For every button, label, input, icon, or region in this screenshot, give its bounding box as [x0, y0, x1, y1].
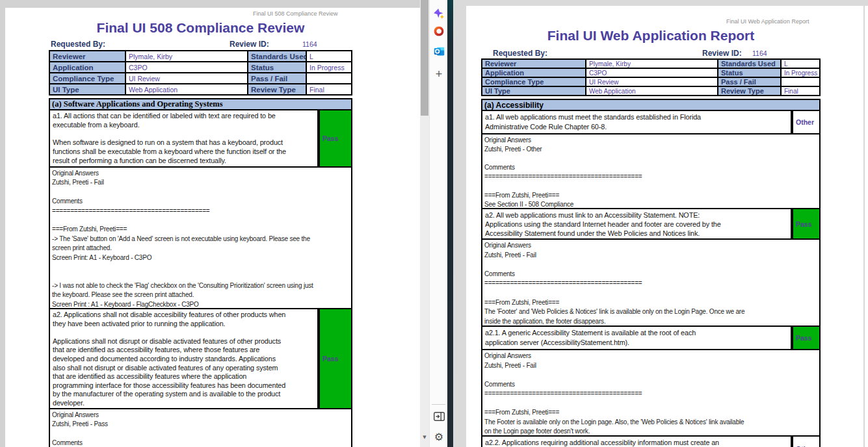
question-text: a2.2. Applications requiring additional … [481, 437, 792, 447]
info-label-cell: Pass / Fail [718, 77, 781, 86]
vertical-scrollbar[interactable]: ▼ [420, 0, 429, 447]
copilot-icon[interactable] [430, 8, 447, 19]
outlook-icon[interactable] [430, 46, 447, 57]
status-badge: Pass [796, 220, 812, 228]
answer-block-a2: Original Answers Zutshi, Preeti - Fail C… [481, 240, 821, 327]
page-running-header: Final UI 508 Compliance Review [253, 10, 338, 17]
info-label-cell: Standards Used [718, 59, 781, 68]
info-label-cell: Status [718, 68, 781, 77]
info-value-cell: Final [306, 84, 352, 95]
requested-by-label: Requested By: [51, 40, 105, 49]
question-text: a2. All web applications must link to an… [481, 209, 792, 240]
info-label-cell: UI Type [482, 86, 586, 96]
browser-sidebar: + ⚙ [429, 0, 447, 447]
info-value-cell: Final [781, 86, 820, 96]
review-id-value: 1164 [302, 40, 317, 48]
question-row-a1: a1. All web applications must meet the s… [481, 111, 821, 134]
settings-icon[interactable]: ⚙ [430, 432, 447, 442]
info-label-cell: Standards Used [248, 51, 306, 62]
info-value-cell: UI Review [586, 77, 718, 86]
scrollbar-thumb[interactable] [421, 0, 428, 116]
open-sidebar-icon[interactable] [430, 412, 447, 421]
question-row-a2-1: a2.1. A generic Accessibility Statement … [481, 327, 821, 350]
office-icon[interactable] [430, 26, 447, 36]
question-text: a2. Applications shall not disable acces… [49, 309, 319, 409]
question-row-a2-2: a2.2. Applications requiring additional … [481, 437, 821, 447]
question-row-a2: a2. Applications shall not disable acces… [49, 309, 352, 409]
question-text: a1. All actions that can be identified o… [49, 110, 319, 168]
answer-block-a2: Original Answers Zutshi, Preeti - Pass C… [49, 409, 352, 447]
status-cell: Other [792, 111, 821, 134]
status-cell: Other [792, 437, 821, 447]
info-value-cell [306, 73, 352, 84]
answer-block-a2-1: Original Answers Zutshi, Preeti - Fail C… [481, 350, 821, 437]
status-badge: Pass [322, 134, 339, 142]
question-text: a1. All web applications must meet the s… [481, 111, 792, 134]
scroll-down-button[interactable]: ▼ [420, 435, 429, 440]
review-info-table: Reviewer Plymale, Kirby Standards Used L… [481, 58, 821, 96]
add-icon[interactable]: + [430, 68, 447, 80]
info-label-cell: Application [482, 68, 586, 77]
status-cell: Pass [319, 110, 352, 168]
info-value-cell: In Progress [781, 68, 820, 77]
info-label-cell: Compliance Type [49, 73, 125, 84]
info-value-cell: UI Review [125, 73, 248, 84]
status-cell: Pass [319, 309, 352, 409]
answer-block-a1: Original Answers Zutshi, Preeti - Other … [481, 134, 821, 209]
section-header: (a) Accessibility [481, 99, 821, 111]
info-value-cell: Plymale, Kirby [586, 59, 718, 68]
info-value-cell: L [306, 51, 352, 62]
pdf-pane-left: Final UI 508 Compliance Review Final UI … [0, 0, 447, 447]
info-label-cell: Compliance Type [482, 77, 586, 86]
document-title: Final UI Web Application Report [481, 28, 821, 44]
info-value-cell: C3PO [586, 68, 718, 77]
info-label-cell: Status [248, 62, 306, 73]
info-value-cell: Plymale, Kirby [125, 51, 248, 62]
question-text: a2.1. A generic Accessibility Statement … [481, 327, 792, 350]
info-value-cell: Web Application [125, 84, 248, 95]
review-id-label: Review ID: [702, 49, 742, 58]
info-label-cell: Reviewer [49, 51, 125, 62]
info-value-cell: C3PO [125, 62, 248, 73]
review-info-table: Reviewer Plymale, Kirby Standards Used L… [49, 50, 352, 96]
requested-by-label: Requested By: [493, 49, 547, 58]
question-row-a2: a2. All web applications must link to an… [481, 209, 821, 240]
document-title: Final UI 508 Compliance Review [49, 20, 352, 36]
pdf-pane-right: Final UI Web Application Report Final UI… [453, 0, 868, 447]
info-value-cell [781, 77, 820, 86]
status-cell: Pass [792, 209, 821, 240]
answer-block-a1: Original Answers Zutshi, Preeti - Fail C… [49, 168, 352, 309]
info-value-cell: L [781, 59, 820, 68]
window-separator [447, 0, 453, 447]
review-id-label: Review ID: [230, 40, 269, 49]
info-label-cell: Pass / Fail [248, 73, 306, 84]
status-badge: Other [796, 118, 814, 126]
status-badge: Pass [322, 355, 339, 363]
info-label-cell: UI Type [49, 84, 125, 95]
info-value-cell: In Progress [306, 62, 352, 73]
section-header: (a) Software Applications and Operating … [49, 98, 352, 110]
sidebar-divider [432, 404, 445, 405]
question-row-a1: a1. All actions that can be identified o… [49, 110, 352, 168]
info-value-cell: Web Application [586, 86, 718, 96]
info-label-cell: Review Type [248, 84, 306, 95]
status-cell: Pass [792, 327, 821, 350]
info-label-cell: Application [49, 62, 125, 73]
info-label-cell: Review Type [718, 86, 781, 96]
info-label-cell: Reviewer [482, 59, 586, 68]
page-running-header: Final UI Web Application Report [726, 18, 809, 25]
review-id-value: 1164 [752, 49, 767, 57]
status-badge: Pass [796, 334, 812, 342]
page-right-edge [863, 6, 865, 447]
